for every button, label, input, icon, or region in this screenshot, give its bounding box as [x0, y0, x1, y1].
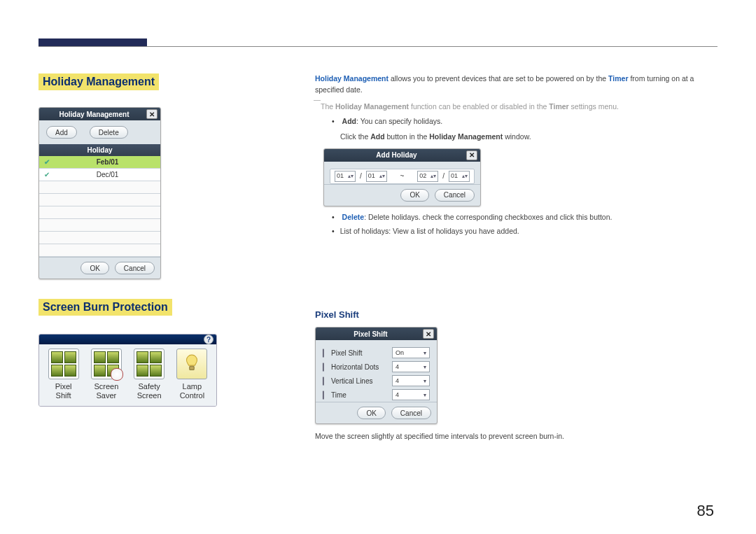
setting-row: ▎Pixel Shift On▾ — [323, 346, 430, 360]
dialog-body: ▎Pixel Shift On▾ ▎Horizontal Dots 4▾ ▎Ve… — [316, 340, 437, 402]
tool-label: SafetyScreen — [130, 382, 169, 400]
table-row — [39, 206, 160, 219]
ok-button[interactable]: OK — [400, 189, 428, 202]
brand-bar — [38, 38, 147, 46]
tool-safety-screen[interactable]: SafetyScreen — [130, 349, 169, 400]
table-header: Holiday — [39, 144, 160, 156]
dialog-footer: OK Cancel — [324, 184, 480, 206]
dialog-footer: OK Cancel — [316, 402, 437, 423]
top-rule — [38, 46, 718, 47]
horizontal-dots-dropdown[interactable]: 4▾ — [392, 361, 430, 372]
table-row — [39, 194, 160, 206]
pixel-shift-icon — [48, 349, 79, 379]
dialog-footer: OK Cancel — [39, 257, 160, 279]
lamp-control-icon — [176, 349, 207, 379]
left-column: Holiday Management Holiday Management ✕ … — [38, 73, 290, 442]
table-row — [39, 232, 160, 244]
screen-burn-panel: ? PixelShift ScreenSaver — [38, 334, 217, 407]
holiday-table: Holiday ✔ Feb/01 ✔ Dec/01 — [39, 144, 160, 257]
pixel-shift-dropdown[interactable]: On▾ — [392, 347, 430, 358]
to-month-spin[interactable]: 02▴▾ — [417, 171, 438, 182]
slash: / — [442, 171, 444, 181]
vertical-lines-dropdown[interactable]: 4▾ — [392, 375, 430, 386]
hm-term: Holiday Management — [315, 74, 388, 83]
pixel-shift-section: Pixel Shift Pixel Shift ✕ ▎Pixel Shift O… — [315, 309, 714, 442]
holiday-date: Feb/01 — [55, 158, 160, 166]
tool-label: ScreenSaver — [86, 382, 126, 400]
holiday-date: Dec/01 — [55, 171, 160, 178]
setting-row: ▎Horizontal Dots 4▾ — [323, 360, 430, 374]
setting-label: Pixel Shift — [331, 349, 362, 357]
setting-row: ▎Vertical Lines 4▾ — [323, 374, 430, 388]
page-number: 85 — [697, 502, 714, 520]
panel-header: ? — [39, 335, 216, 344]
list-item: List of holidays: View a list of holiday… — [332, 226, 714, 237]
slash: / — [360, 171, 362, 181]
close-icon[interactable]: ✕ — [466, 150, 477, 160]
section-screen-burn: Screen Burn Protection ? PixelShift — [38, 299, 290, 407]
setting-label: Vertical Lines — [331, 377, 372, 385]
section-title-holiday-management: Holiday Management — [38, 73, 159, 90]
close-icon[interactable]: ✕ — [423, 329, 434, 339]
holiday-management-dialog: Holiday Management ✕ Add Delete Holiday … — [38, 107, 161, 279]
dialog-toolbar: Add Delete — [39, 120, 160, 144]
panel-body: PixelShift ScreenSaver SafetyScreen — [39, 344, 216, 406]
time-dropdown[interactable]: 4▾ — [392, 389, 430, 400]
ok-button[interactable]: OK — [80, 262, 108, 274]
dialog-titlebar: Holiday Management ✕ — [39, 108, 160, 120]
page: Holiday Management Holiday Management ✕ … — [0, 0, 756, 534]
table-row[interactable]: ✔ Dec/01 — [39, 169, 160, 181]
timer-term: Timer — [608, 74, 628, 83]
subsection-title-pixel-shift: Pixel Shift — [315, 309, 714, 320]
holiday-mgmt-text: Holiday Management allows you to prevent… — [315, 73, 714, 237]
setting-label: Horizontal Dots — [331, 363, 379, 371]
svg-rect-0 — [190, 366, 194, 370]
help-icon[interactable]: ? — [204, 335, 214, 344]
to-day-spin[interactable]: 01▴▾ — [449, 171, 470, 182]
add-instruction: Click the Add button in the Holiday Mana… — [340, 132, 714, 143]
dialog-titlebar: Add Holiday ✕ — [324, 149, 480, 162]
table-row — [39, 244, 160, 257]
date-range-row: 01▴▾ / 01▴▾ ~ 02▴▾ / 01▴▾ — [330, 169, 475, 184]
cancel-button[interactable]: Cancel — [115, 262, 155, 274]
tool-label: PixelShift — [43, 382, 83, 400]
tool-lamp-control[interactable]: LampControl — [172, 349, 212, 400]
right-column: Holiday Management allows you to prevent… — [290, 73, 714, 442]
checkbox-icon[interactable]: ✔ — [39, 158, 55, 166]
table-row — [39, 181, 160, 194]
from-month-spin[interactable]: 01▴▾ — [335, 171, 356, 182]
setting-row: ▎Time 4▾ — [323, 388, 430, 402]
add-button[interactable]: Add — [46, 126, 77, 139]
cancel-button[interactable]: Cancel — [435, 189, 475, 202]
table-row — [39, 219, 160, 232]
pixel-shift-dialog: Pixel Shift ✕ ▎Pixel Shift On▾ ▎Horizont… — [315, 327, 438, 424]
dialog-titlebar: Pixel Shift ✕ — [316, 328, 437, 340]
safety-screen-icon — [134, 349, 164, 379]
dialog-title: Pixel Shift — [318, 330, 423, 338]
setting-label: Time — [331, 391, 346, 399]
dialog-body: 01▴▾ / 01▴▾ ~ 02▴▾ / 01▴▾ — [324, 162, 480, 184]
dialog-title: Holiday Management — [42, 111, 146, 118]
list-item: Add: You can specify holidays. — [332, 116, 714, 127]
columns: Holiday Management Holiday Management ✕ … — [38, 73, 714, 442]
table-row[interactable]: ✔ Feb/01 — [39, 156, 160, 169]
from-day-spin[interactable]: 01▴▾ — [366, 171, 387, 182]
range-separator: ~ — [391, 171, 413, 181]
close-icon[interactable]: ✕ — [146, 109, 158, 119]
ok-button[interactable]: OK — [357, 407, 385, 419]
add-holiday-dialog: Add Holiday ✕ 01▴▾ / 01▴▾ ~ 02▴▾ / — [323, 148, 481, 206]
dialog-title: Add Holiday — [327, 150, 466, 160]
cancel-button[interactable]: Cancel — [391, 407, 431, 419]
screen-saver-icon — [91, 349, 122, 379]
list-item: Delete: Delete holidays. check the corre… — [332, 212, 714, 223]
pixel-shift-desc: Move the screen slightly at specified ti… — [315, 431, 714, 442]
tool-screen-saver[interactable]: ScreenSaver — [86, 349, 126, 400]
tool-label: LampControl — [172, 382, 212, 400]
delete-button[interactable]: Delete — [90, 126, 128, 139]
section-title-screen-burn: Screen Burn Protection — [38, 299, 172, 316]
tool-pixel-shift[interactable]: PixelShift — [43, 349, 83, 400]
checkbox-icon[interactable]: ✔ — [39, 171, 55, 178]
